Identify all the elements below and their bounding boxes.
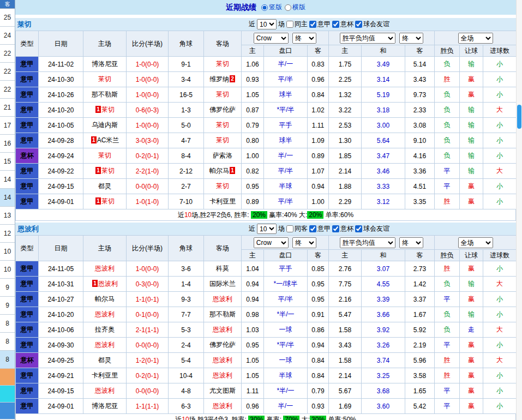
goals-cell: 小 bbox=[483, 148, 517, 164]
near-label: 近 bbox=[249, 224, 255, 233]
games-label: 场 bbox=[278, 20, 285, 29]
match-row: 意甲24-09-30恩波利0-0(0-0)2-4佛罗伦萨0.95*平/半0.94… bbox=[16, 338, 517, 353]
avg-home-cell: 2.53 bbox=[329, 118, 362, 133]
filter-club-friendly-checkbox[interactable] bbox=[355, 21, 362, 28]
odds-away-cell: 1.09 bbox=[308, 133, 329, 148]
filter-club-friendly-checkbox[interactable] bbox=[355, 225, 362, 232]
near-label: 近 bbox=[249, 20, 255, 29]
handicap-result-cell: 输 bbox=[460, 164, 483, 179]
match-row: 意甲24-10-26那不勒斯1-0(0-0)16-5莱切1.05球半0.841.… bbox=[16, 87, 517, 103]
team-name[interactable]: 恩波利 bbox=[17, 224, 39, 234]
away-team-name: 萨索洛 bbox=[213, 152, 232, 159]
goals-cell: 大 bbox=[483, 164, 517, 179]
away-team-name: 莱切 bbox=[216, 60, 229, 68]
away-team-cell: 佛罗伦萨 bbox=[204, 338, 242, 353]
filter-same-home-checkbox[interactable] bbox=[286, 21, 293, 28]
near-count-select[interactable]: 10 bbox=[257, 224, 277, 234]
team-name[interactable]: 莱切 bbox=[17, 20, 32, 29]
match-row: 意甲24-11-02博洛尼亚1-0(0-0)9-1莱切1.06半/一0.831.… bbox=[16, 57, 517, 72]
filter-club-friendly[interactable]: 球会友谊 bbox=[355, 224, 389, 233]
scope-select[interactable]: 全场 bbox=[458, 237, 493, 248]
vertical-scrollbar[interactable] bbox=[516, 0, 522, 420]
avg-final-select[interactable]: 终 bbox=[399, 237, 423, 248]
horizontal-radio-input[interactable] bbox=[285, 4, 291, 11]
avg-odds-select[interactable]: 胜平负均值 bbox=[340, 33, 395, 44]
filter-coppa-italia[interactable]: 意杯 bbox=[332, 20, 353, 29]
filter-coppa-italia-checkbox[interactable] bbox=[332, 225, 339, 232]
home-team-cell: 拉齐奥 bbox=[83, 322, 127, 338]
score-cell: 0-0(0-0) bbox=[127, 338, 169, 353]
competition-badge: 意甲 bbox=[16, 179, 39, 194]
scrollbar-thumb[interactable] bbox=[517, 105, 521, 129]
avg-home-cell: 2.16 bbox=[329, 292, 362, 307]
scope-select[interactable]: 全场 bbox=[458, 33, 493, 44]
result-cell: 负 bbox=[435, 87, 460, 103]
near-count-select[interactable]: 10 bbox=[257, 19, 277, 29]
filter-serie-a[interactable]: 意甲 bbox=[309, 224, 331, 233]
match-date: 24-09-28 bbox=[39, 133, 83, 148]
sidebar-number: 10 bbox=[0, 261, 15, 279]
scope-group-header: 全场 bbox=[435, 236, 517, 250]
corner-cell: 6-3 bbox=[169, 399, 204, 414]
filter-same-away-checkbox[interactable] bbox=[286, 225, 293, 232]
score-cell: 2-2(1-0) bbox=[127, 164, 169, 179]
handicap-result-cell: 赢 bbox=[460, 87, 483, 103]
layout-radio-horizontal[interactable]: 横版 bbox=[285, 3, 305, 12]
filter-same-away[interactable]: 同客 bbox=[286, 224, 308, 233]
home-team-cell: 卡利亚里 bbox=[83, 368, 127, 383]
avg-final-select[interactable]: 终 bbox=[399, 33, 423, 44]
red-card-badge: 1 bbox=[95, 106, 101, 113]
home-team-cell: 恩波利 bbox=[83, 338, 127, 353]
col-odds-home: 主 bbox=[242, 45, 264, 57]
bookmaker-select[interactable]: Crow bbox=[254, 237, 289, 248]
result-cell: 平 bbox=[435, 399, 460, 414]
score-cell: 1-0(0-0) bbox=[127, 72, 169, 87]
filter-coppa-italia[interactable]: 意杯 bbox=[332, 224, 353, 233]
corner-cell: 3-6 bbox=[169, 261, 204, 277]
away-team-cell: 恩波利 bbox=[204, 322, 242, 338]
avg-away-cell: 1.42 bbox=[405, 277, 435, 292]
team-section-lecce: 莱切 近 10 场 同主意甲意杯球会友谊 类型 bbox=[15, 18, 516, 221]
goals-cell: 大 bbox=[483, 353, 517, 368]
avg-away-cell: 4.16 bbox=[405, 148, 435, 164]
odds-away-cell: 0.84 bbox=[308, 87, 329, 103]
handicap-result-cell: 输 bbox=[460, 277, 483, 292]
vertical-radio-input[interactable] bbox=[261, 4, 268, 11]
filter-serie-a[interactable]: 意甲 bbox=[309, 20, 331, 29]
left-strip-header: 客 bbox=[0, 0, 15, 9]
handicap-result-cell: 赢 bbox=[460, 261, 483, 277]
odds-final-select[interactable]: 终 bbox=[292, 237, 316, 248]
away-team-cell: 佛罗伦萨 bbox=[204, 103, 242, 118]
avg-home-cell: 1.30 bbox=[329, 133, 362, 148]
score-cell: 0-1(0-0) bbox=[127, 307, 169, 322]
filter-club-friendly[interactable]: 球会友谊 bbox=[355, 20, 389, 29]
filter-serie-a-checkbox[interactable] bbox=[309, 225, 316, 232]
match-date: 24-09-01 bbox=[39, 194, 83, 209]
avg-odds-select[interactable]: 胜平负均值 bbox=[340, 237, 395, 248]
odds-home-cell: 1.04 bbox=[242, 261, 264, 277]
away-team-name: 帕尔马 bbox=[209, 167, 229, 175]
home-team-cell: 恩波利 bbox=[83, 307, 127, 322]
avg-draw-cell: 3.26 bbox=[362, 338, 405, 353]
bookmaker-select[interactable]: Crow bbox=[254, 33, 289, 44]
odds-away-cell: 1.02 bbox=[308, 103, 329, 118]
filter-same-home[interactable]: 同主 bbox=[286, 20, 308, 29]
filter-coppa-italia-checkbox[interactable] bbox=[332, 21, 339, 28]
match-date: 24-10-20 bbox=[39, 103, 83, 118]
avg-draw-cell: 3.25 bbox=[362, 368, 405, 383]
sidebar-number: 12 bbox=[0, 225, 15, 243]
score-cell: 1-1(1-1) bbox=[127, 399, 169, 414]
layout-radio-vertical[interactable]: 竖版 bbox=[261, 3, 282, 12]
home-team-cell: 1AC米兰 bbox=[83, 133, 127, 148]
goals-cell: 小 bbox=[483, 399, 517, 414]
avg-draw-cell: 3.66 bbox=[362, 307, 405, 322]
filter-serie-a-checkbox[interactable] bbox=[309, 21, 316, 28]
away-team-name: 恩波利 bbox=[213, 326, 232, 333]
match-row: 意甲24-10-05乌迪内斯1-0(0-0)5-0莱切0.79平手1.112.5… bbox=[16, 118, 517, 133]
corner-cell: 5-4 bbox=[169, 353, 204, 368]
score-cell: 0-2(0-1) bbox=[127, 368, 169, 383]
avg-draw-cell: 3.68 bbox=[362, 383, 405, 399]
col-away: 客场 bbox=[204, 31, 242, 57]
avg-away-cell: 9.10 bbox=[405, 133, 435, 148]
odds-final-select[interactable]: 终 bbox=[292, 33, 316, 44]
